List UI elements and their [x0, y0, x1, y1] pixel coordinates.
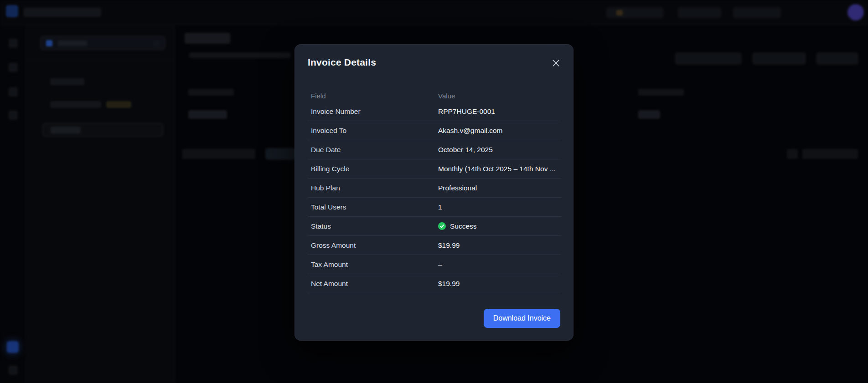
row-value-cell: Monthly (14th Oct 2025 – 14th Nov ...: [438, 165, 561, 173]
row-value-cell: RPP7HUGE-0001: [438, 107, 561, 116]
row-value-cell: $19.99: [438, 241, 561, 250]
row-value: Success: [450, 222, 477, 230]
row-value-cell: $19.99: [438, 280, 561, 288]
row-field: Net Amount: [308, 280, 438, 288]
row-field: Gross Amount: [308, 241, 438, 250]
table-row: Due Date October 14, 2025: [308, 140, 561, 159]
row-field: Invoice Number: [308, 107, 438, 116]
invoice-table: Field Value Invoice Number RPP7HUGE-0001…: [308, 89, 561, 293]
table-row: Total Users 1: [308, 198, 561, 217]
row-value-cell: 1: [438, 203, 561, 211]
app-screen: Invoice Details Field Value Invoice Numb…: [0, 0, 868, 383]
column-header-field: Field: [308, 92, 438, 100]
row-field: Tax Amount: [308, 260, 438, 269]
column-header-value: Value: [438, 92, 561, 100]
invoice-table-body: Invoice Number RPP7HUGE-0001 Invoiced To…: [308, 102, 561, 293]
close-icon[interactable]: [550, 57, 561, 68]
row-value: –: [438, 260, 442, 269]
row-value-cell: –: [438, 260, 561, 269]
row-value: RPP7HUGE-0001: [438, 107, 495, 116]
table-row: Status Success: [308, 217, 561, 236]
row-value-cell: October 14, 2025: [438, 146, 561, 154]
table-row: Net Amount $19.99: [308, 274, 561, 293]
row-value: 1: [438, 203, 442, 211]
table-row: Invoiced To Akash.v@gmail.com: [308, 121, 561, 140]
table-row: Hub Plan Professional: [308, 179, 561, 198]
modal-title: Invoice Details: [308, 57, 376, 68]
row-field: Billing Cycle: [308, 165, 438, 173]
invoice-details-modal: Invoice Details Field Value Invoice Numb…: [294, 44, 574, 341]
row-value-cell: Success: [438, 222, 561, 230]
row-value-cell: Professional: [438, 184, 561, 192]
download-invoice-button[interactable]: Download Invoice: [484, 309, 560, 328]
row-field: Total Users: [308, 203, 438, 211]
row-field: Invoiced To: [308, 127, 438, 135]
row-field: Hub Plan: [308, 184, 438, 192]
row-value: Akash.v@gmail.com: [438, 127, 503, 135]
row-value: $19.99: [438, 280, 460, 288]
row-field: Status: [308, 222, 438, 230]
check-circle-icon: [438, 222, 446, 230]
table-row: Billing Cycle Monthly (14th Oct 2025 – 1…: [308, 159, 561, 179]
row-value: Professional: [438, 184, 477, 192]
table-row: Gross Amount $19.99: [308, 236, 561, 255]
table-header-row: Field Value: [308, 89, 561, 102]
row-value-cell: Akash.v@gmail.com: [438, 127, 561, 135]
row-field: Due Date: [308, 146, 438, 154]
table-row: Tax Amount –: [308, 255, 561, 274]
row-value: $19.99: [438, 241, 460, 250]
table-row: Invoice Number RPP7HUGE-0001: [308, 102, 561, 121]
row-value: October 14, 2025: [438, 146, 493, 154]
row-value: Monthly (14th Oct 2025 – 14th Nov ...: [438, 165, 556, 173]
